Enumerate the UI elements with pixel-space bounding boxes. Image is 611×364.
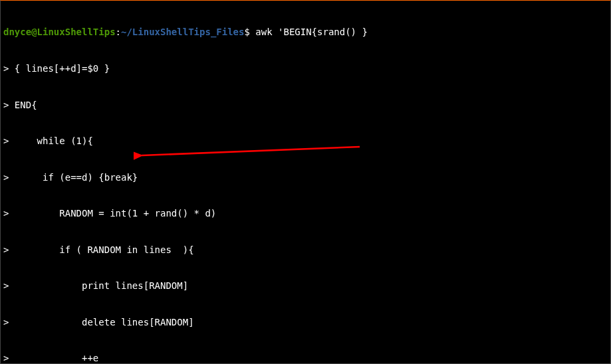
prompt-user: dnyce@LinuxShellTips xyxy=(3,27,116,37)
command-continuation: > { lines[++d]=$0 } xyxy=(3,62,608,74)
command-continuation: > delete lines[RANDOM] xyxy=(3,316,608,328)
command-continuation: > while (1){ xyxy=(3,135,608,147)
command-continuation: > RANDOM = int(1 + rand() * d) xyxy=(3,207,608,219)
command-text: awk 'BEGIN{srand() } xyxy=(250,27,368,37)
command-continuation: > ++e xyxy=(3,352,608,364)
command-line-1: dnyce@LinuxShellTips:~/LinuxShellTips_Fi… xyxy=(3,26,608,38)
prompt-path: ~/LinuxShellTips_Files xyxy=(121,27,244,37)
terminal-window[interactable]: dnyce@LinuxShellTips:~/LinuxShellTips_Fi… xyxy=(1,1,610,364)
command-continuation: > END{ xyxy=(3,99,608,111)
command-continuation: > if (e==d) {break} xyxy=(3,171,608,183)
prompt-colon: : xyxy=(116,27,121,37)
command-continuation: > print lines[RANDOM] xyxy=(3,280,608,292)
command-continuation: > if ( RANDOM in lines ){ xyxy=(3,244,608,256)
prompt-dollar: $ xyxy=(244,27,249,37)
